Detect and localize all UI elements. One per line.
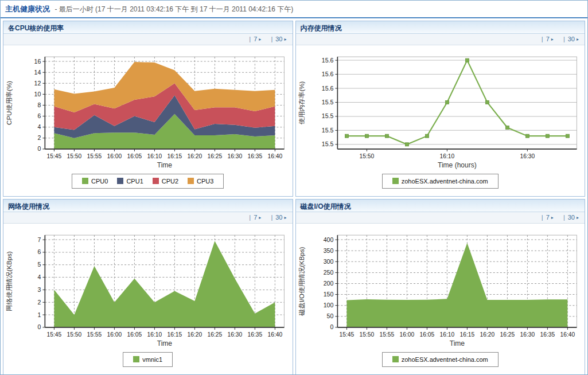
disk-io-usage-chart: 05010015020025030035040015:4515:5015:551… [296,227,585,349]
last-30-link[interactable]: |30▸ [563,214,579,221]
svg-text:16:00: 16:00 [107,153,122,159]
chart-area: 024681012141615:4515:5015:5516:0016:0516… [3,45,293,171]
svg-text:16:10: 16:10 [147,331,162,338]
svg-text:16:10: 16:10 [439,331,454,338]
svg-text:2: 2 [37,299,41,306]
right-arrow-icon: ▸ [259,215,261,220]
svg-text:16:10: 16:10 [439,153,454,159]
panel-toolbar: |7▸ |30▸ [3,212,293,224]
svg-text:200: 200 [323,280,333,287]
legend-item: zohoESX.adventnet-china.com [392,356,488,363]
last-7-label: 7 [254,36,257,42]
svg-text:350: 350 [323,247,333,254]
chart-area: 15.615.615.615.515.515.515.515:5016:1016… [296,45,585,171]
panel-header: 磁盘I/O使用情况 [296,200,585,212]
svg-text:15:50: 15:50 [359,331,374,338]
last-30-link[interactable]: |30▸ [271,214,286,221]
panel-toolbar: |7▸ |30▸ [296,212,585,224]
page-title: 主机健康状况 [5,5,50,13]
chart-legend: zohoESX.adventnet-china.com [296,174,585,189]
svg-text:16:35: 16:35 [248,153,263,159]
svg-text:15:45: 15:45 [47,331,62,338]
chart-legend: CPU0CPU1CPU2CPU3 [3,174,293,189]
svg-text:16:35: 16:35 [248,331,263,338]
svg-text:4: 4 [37,274,41,280]
svg-text:15:55: 15:55 [87,153,102,159]
last-7-link[interactable]: |7▸ [542,36,554,42]
svg-text:Time: Time [157,161,173,169]
legend-box: zohoESX.adventnet-china.com [382,352,499,367]
cpu-core-usage-chart: 024681012141615:4515:5015:5516:0016:0516… [3,49,293,171]
panel-header: 各CPU核的使用率 [3,21,293,34]
last-7-link[interactable]: |7▸ [249,36,261,42]
legend-label: zohoESX.adventnet-china.com [402,178,488,185]
svg-text:15.5: 15.5 [321,127,333,134]
chart-area: 0123456715:4515:5015:5516:0016:0516:1016… [3,224,293,349]
legend-item: CPU1 [117,178,143,185]
legend-item: CPU2 [153,178,178,185]
svg-text:16:15: 16:15 [168,331,182,338]
svg-text:15.6: 15.6 [321,71,333,77]
last-7-link[interactable]: |7▸ [542,214,554,221]
last-30-label: 30 [275,36,282,42]
last-7-link[interactable]: |7▸ [249,214,261,221]
right-arrow-icon: ▸ [551,215,554,220]
svg-text:250: 250 [323,269,333,276]
svg-text:16:25: 16:25 [208,153,223,159]
panel-title: 磁盘I/O使用情况 [301,202,351,210]
last-30-link[interactable]: |30▸ [563,36,579,42]
svg-text:16:20: 16:20 [188,153,203,159]
svg-text:15:55: 15:55 [87,331,102,338]
svg-text:6: 6 [37,248,41,255]
svg-text:15:50: 15:50 [67,331,82,338]
svg-text:16: 16 [34,58,41,65]
svg-text:2: 2 [37,134,41,141]
svg-text:1: 1 [37,311,41,318]
svg-text:16:05: 16:05 [419,331,434,338]
right-arrow-icon: ▸ [577,37,579,42]
svg-text:0: 0 [330,323,333,330]
page: 主机健康状况 - 最后一小时 (17 十一月 2011 03:42:16 下午 … [0,0,588,375]
legend-label: CPU2 [162,178,178,185]
page-subtitle: - 最后一小时 (17 十一月 2011 03:42:16 下午 到 17 十一… [54,5,293,13]
svg-text:磁盘I/O使用情况(KBps): 磁盘I/O使用情况(KBps) [298,247,305,316]
legend-swatch [82,178,88,184]
svg-text:Time: Time [449,339,465,347]
svg-text:16:30: 16:30 [228,331,243,338]
svg-text:16:30: 16:30 [520,331,535,338]
svg-text:15:50: 15:50 [359,153,374,159]
panel-title: 各CPU核的使用率 [8,24,64,32]
chart-area: 05010015020025030035040015:4515:5015:551… [296,224,585,349]
right-arrow-icon: ▸ [284,37,286,42]
svg-text:8: 8 [37,101,41,108]
svg-text:15.6: 15.6 [321,57,333,64]
svg-text:16:25: 16:25 [208,331,223,338]
svg-text:15:45: 15:45 [339,331,354,338]
legend-swatch [153,178,159,184]
svg-text:15.6: 15.6 [321,85,333,92]
legend-swatch [392,178,399,184]
svg-text:15.5: 15.5 [321,99,333,106]
legend-label: CPU0 [91,178,108,185]
svg-text:400: 400 [323,236,333,243]
memory-usage-chart: 15.615.615.615.515.515.515.515:5016:1016… [296,49,585,171]
svg-text:7: 7 [37,236,41,243]
last-7-label: 7 [546,214,550,221]
svg-text:Time: Time [157,339,173,347]
svg-text:使用内存率(%): 使用内存率(%) [298,81,305,124]
last-30-label: 30 [568,214,575,221]
panel-cpu-core-usage: 各CPU核的使用率 |7▸ |30▸ 024681012141615:4515:… [3,21,293,197]
legend-label: CPU3 [197,178,213,185]
svg-text:150: 150 [323,291,333,298]
svg-text:10: 10 [34,91,41,97]
panel-disk-io-usage: 磁盘I/O使用情况 |7▸ |30▸ 050100150200250300350… [295,199,586,375]
svg-text:15.5: 15.5 [321,112,333,119]
svg-text:0: 0 [37,145,41,152]
last-30-link[interactable]: |30▸ [271,36,286,42]
legend-box: vmnic1 [123,352,173,367]
svg-text:5: 5 [37,261,41,268]
legend-item: CPU3 [188,178,213,185]
svg-text:16:25: 16:25 [500,331,515,338]
svg-text:6: 6 [37,112,41,119]
panel-title: 内存使用情况 [301,24,342,32]
